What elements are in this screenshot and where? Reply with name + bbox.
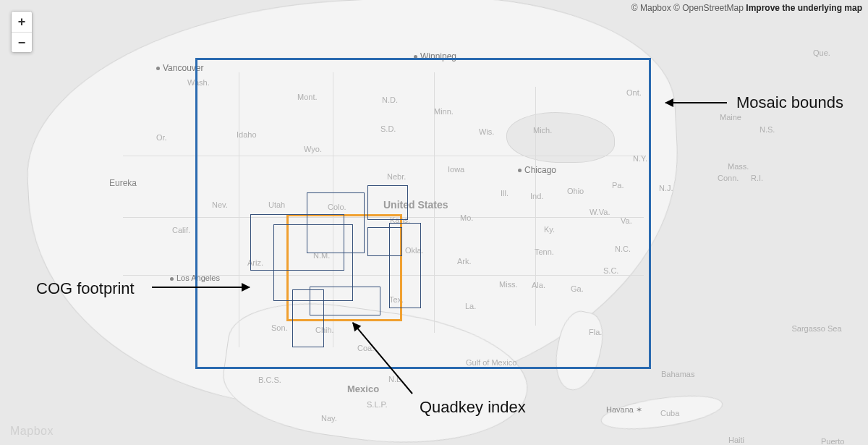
arrow-mosaic [665,102,727,103]
annotation-quadkey: Quadkey index [420,398,526,417]
annotation-cog: COG footprint [36,279,135,298]
map-canvas[interactable]: United States Mexico Cuba Bahamas Haiti … [0,0,868,445]
annotation-mosaic: Mosaic bounds [736,93,843,112]
attrib-improve-link[interactable]: Improve the underlying map [746,3,862,13]
attrib-mapbox: © Mapbox [631,3,671,13]
cog-footprint-box [389,223,421,308]
cog-footprint-box [367,185,408,220]
attrib-osm: © OpenStreetMap [673,3,744,13]
cog-footprint-box [292,289,324,347]
arrow-cog [152,287,250,288]
zoom-in-button[interactable]: + [12,12,32,32]
mapbox-logo: Mapbox [10,425,54,438]
map-attribution: © Mapbox © OpenStreetMap Improve the und… [631,3,862,13]
cog-footprint-box [307,192,365,253]
zoom-out-button[interactable]: − [12,32,32,52]
mosaic-bounds-box [195,58,651,369]
zoom-control: + − [11,11,33,53]
